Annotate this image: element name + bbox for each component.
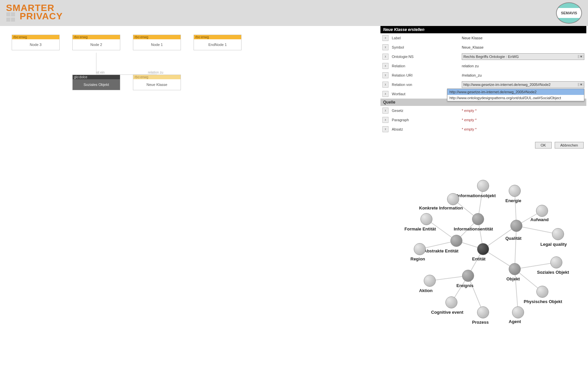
diagram-node-nk[interactable]: rbo:enwgNeue Klasse xyxy=(133,75,181,90)
graph-node-energie[interactable] xyxy=(509,185,521,197)
dropdown-relationvon[interactable]: http://www.gesetze-im-internet.de/enwg_2… xyxy=(447,89,584,101)
graph-label: Physisches Objekt xyxy=(524,299,562,304)
remove-field-button[interactable]: x xyxy=(382,82,388,88)
field-value-absatz[interactable]: * empty * xyxy=(462,127,584,131)
dropdown-option[interactable]: http://www.gesetze-im-internet.de/enwg_2… xyxy=(447,89,584,95)
remove-field-button[interactable]: x xyxy=(382,54,388,60)
remove-field-button[interactable]: x xyxy=(382,91,388,97)
form-row-gesetz: xGesetz* empty * xyxy=(380,106,586,115)
graph-label: Informationsentität xyxy=(454,226,493,231)
node-namespace: glo:dolce xyxy=(73,75,120,79)
field-label: Paragraph xyxy=(392,118,462,122)
form-row-paragraph: xParagraph* empty * xyxy=(380,115,586,125)
form-row-relation: xRelationrelation zu xyxy=(380,61,586,71)
graph-label: Qualität xyxy=(505,236,521,241)
diagram-node-so[interactable]: glo:dolceSoziales Objekt xyxy=(72,75,120,90)
diagram-node-e1[interactable]: rbo:enwgEndNode 1 xyxy=(194,35,242,50)
graph-node-ereig[interactable] xyxy=(462,270,474,282)
node-label: Node 3 xyxy=(12,39,59,50)
ontology-graph[interactable]: EntitätAbstrakte EntitätInformationsenti… xyxy=(380,170,588,363)
diagram-node-n3[interactable]: rbo:enwgNode 3 xyxy=(12,35,60,50)
remove-field-button[interactable]: x xyxy=(382,35,388,41)
graph-node-aktion[interactable] xyxy=(424,275,436,287)
form-title: Neue Klasse erstellen xyxy=(380,26,586,33)
remove-field-button[interactable]: x xyxy=(382,126,388,132)
graph-label: Soziales Objekt xyxy=(537,270,569,275)
cancel-button[interactable]: Abbrechen xyxy=(555,142,584,149)
select-ontology[interactable]: Rechts Begriffs Ontologie : EnWG▼ xyxy=(462,53,584,60)
logo-semavis: SEMAVIS xyxy=(556,2,582,24)
graph-node-abs[interactable] xyxy=(450,235,462,247)
graph-label: Aufwand xyxy=(530,217,549,222)
graph-label: Aktion xyxy=(419,288,432,293)
graph-node-obj[interactable] xyxy=(509,263,521,275)
field-value-relationuri[interactable]: #relation_zu xyxy=(462,73,584,77)
graph-label: Abstrakte Entität xyxy=(424,248,458,253)
graph-label: Ereignis xyxy=(456,283,473,288)
top-bar: SMARTER PRIVACY SEMAVIS xyxy=(0,0,588,26)
diagram-node-n2[interactable]: rbo:enwgNode 2 xyxy=(72,35,120,50)
chevron-down-icon[interactable]: ▼ xyxy=(578,55,584,58)
graph-label: Objekt xyxy=(506,276,520,281)
node-label: EndNode 1 xyxy=(194,39,241,50)
graph-node-cog[interactable] xyxy=(445,296,457,308)
node-namespace: rbo:enwg xyxy=(73,35,120,39)
select-relationvon[interactable]: http://www.gesetze-im-internet.de/enwg_2… xyxy=(462,81,584,88)
logo-semavis-text: SEMAVIS xyxy=(561,11,577,15)
dropdown-option[interactable]: http://www.ontologydesignpatterns.org/on… xyxy=(447,95,584,101)
graph-node-legal[interactable] xyxy=(552,228,564,240)
graph-node-info[interactable] xyxy=(477,180,489,192)
diagram-node-n1[interactable]: rbo:enwgNode 1 xyxy=(133,35,181,50)
node-namespace: rbo:enwg xyxy=(12,35,59,39)
ok-button[interactable]: OK xyxy=(535,142,552,149)
field-value-symbol[interactable]: Neue_Klasse xyxy=(462,45,584,49)
svg-line-18 xyxy=(515,269,518,312)
field-label: Relation URI xyxy=(392,73,462,77)
chevron-down-icon[interactable]: ▼ xyxy=(578,83,584,86)
edge-label: ist ein xyxy=(96,71,105,74)
select-value: Rechts Begriffs Ontologie : EnWG xyxy=(462,55,578,59)
logo-boxes-icon xyxy=(6,12,15,23)
remove-field-button[interactable]: x xyxy=(382,44,388,50)
graph-label: Cognitive event xyxy=(431,310,463,315)
node-namespace: rbo:enwg xyxy=(194,35,241,39)
form-row-relationuri: xRelation URI#relation_zu xyxy=(380,71,586,80)
graph-node-proz[interactable] xyxy=(477,306,489,318)
graph-node-phys[interactable] xyxy=(536,286,548,298)
field-value-paragraph[interactable]: * empty * xyxy=(462,118,584,122)
graph-node-soz[interactable] xyxy=(550,256,562,268)
node-label: Node 1 xyxy=(133,39,181,50)
graph-label: Energie xyxy=(505,198,521,203)
field-value-label[interactable]: Neue Klasse xyxy=(462,36,584,40)
graph-label: Informationsobjekt xyxy=(457,193,496,198)
field-value-relation[interactable]: relation zu xyxy=(462,64,584,68)
graph-node-formal[interactable] xyxy=(420,213,432,225)
logo-line2: PRIVACY xyxy=(17,11,63,21)
graph-node-qual[interactable] xyxy=(510,220,522,232)
form-panel: Neue Klasse erstellen xLabelNeue Klassex… xyxy=(380,26,586,151)
field-label: Absatz xyxy=(392,127,462,131)
form-row-relationvon: xRelation vonhttp://www.gesetze-im-inter… xyxy=(380,80,586,89)
graph-node-ent[interactable] xyxy=(477,243,489,255)
graph-label: Prozess xyxy=(472,320,489,325)
remove-field-button[interactable]: x xyxy=(382,117,388,123)
remove-field-button[interactable]: x xyxy=(382,63,388,69)
graph-node-agent[interactable] xyxy=(512,306,524,318)
graph-node-region[interactable] xyxy=(414,243,426,255)
field-value-gesetz[interactable]: * empty * xyxy=(462,109,584,113)
field-label: Relation xyxy=(392,64,462,68)
graph-label: Region xyxy=(410,256,425,261)
graph-label: Entität xyxy=(472,256,485,261)
remove-field-button[interactable]: x xyxy=(382,72,388,78)
form-row-symbol: xSymbolNeue_Klasse xyxy=(380,43,586,52)
graph-node-infe[interactable] xyxy=(472,213,484,225)
graph-node-aufwand[interactable] xyxy=(536,205,548,217)
svg-line-15 xyxy=(515,226,516,269)
graph-label: Agent xyxy=(509,319,521,324)
remove-field-button[interactable]: x xyxy=(382,108,388,114)
field-label: Relation von xyxy=(392,83,462,87)
graph-node-konk[interactable] xyxy=(447,193,459,205)
field-label: Label xyxy=(392,36,462,40)
form-row-absatz: xAbsatz* empty * xyxy=(380,125,586,134)
logo-smarter-privacy: SMARTER PRIVACY xyxy=(6,4,63,23)
